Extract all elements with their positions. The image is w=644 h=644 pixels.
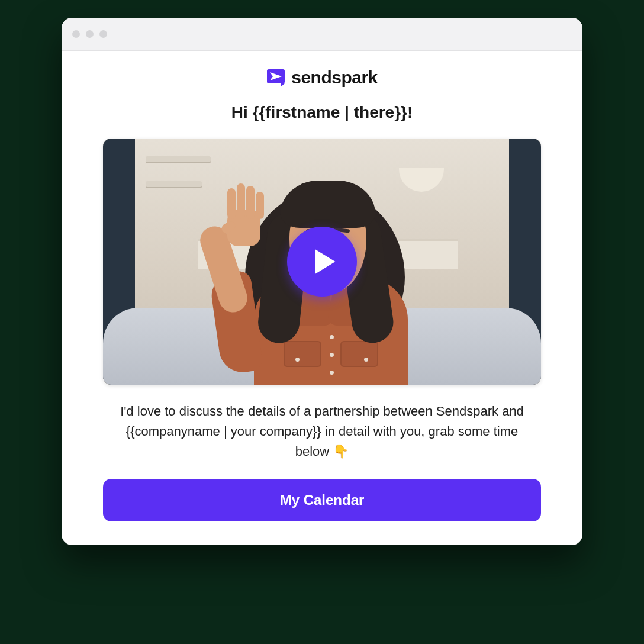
window-close-dot[interactable]	[72, 30, 80, 38]
sendspark-logo-icon	[266, 68, 285, 87]
window-zoom-dot[interactable]	[99, 30, 107, 38]
window-minimize-dot[interactable]	[86, 30, 94, 38]
video-thumbnail[interactable]	[103, 139, 541, 385]
browser-window: sendspark Hi {{firstname | there}}!	[62, 18, 582, 545]
brand-logo: sendspark	[103, 67, 541, 88]
window-titlebar	[62, 18, 582, 51]
play-icon[interactable]	[287, 227, 357, 297]
greeting-heading: Hi {{firstname | there}}!	[103, 103, 541, 122]
email-content: sendspark Hi {{firstname | there}}!	[62, 51, 582, 545]
message-body: I'd love to discuss the details of a par…	[109, 401, 535, 462]
my-calendar-button[interactable]: My Calendar	[103, 479, 541, 521]
brand-name: sendspark	[291, 67, 378, 88]
